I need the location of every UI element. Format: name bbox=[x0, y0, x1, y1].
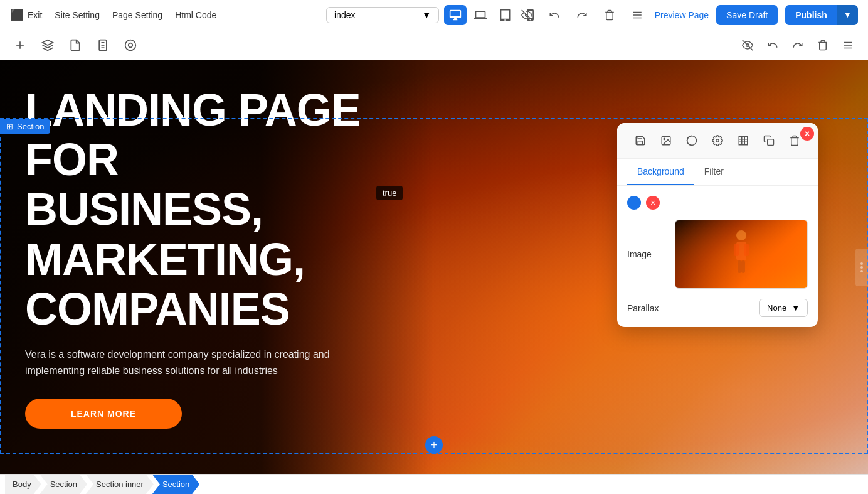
parallax-select[interactable]: None ▼ bbox=[759, 299, 808, 317]
publish-dropdown-button[interactable]: ▼ bbox=[837, 5, 858, 25]
resize-handle[interactable] bbox=[855, 249, 868, 286]
image-thumbnail[interactable] bbox=[675, 220, 808, 289]
svg-point-20 bbox=[860, 270, 863, 272]
parallax-label: Parallax bbox=[627, 303, 659, 313]
parallax-current-value: None bbox=[767, 303, 786, 313]
components-button[interactable] bbox=[93, 35, 113, 55]
page-selector[interactable]: index ▼ bbox=[326, 7, 439, 23]
page-setting-link[interactable]: Page Setting bbox=[112, 10, 162, 20]
hero-title: LANDING PAGE FOR BUSINESS, MARKETING, CO… bbox=[25, 85, 414, 334]
true-badge: true bbox=[376, 186, 403, 200]
hero-content: LANDING PAGE FOR BUSINESS, MARKETING, CO… bbox=[0, 60, 439, 454]
image-selector-row: Image bbox=[627, 220, 808, 289]
second-toolbar bbox=[0, 30, 868, 60]
page-name: index bbox=[334, 10, 355, 20]
panel-body: × Image bbox=[617, 186, 818, 327]
learn-more-button[interactable]: LEARN MORE bbox=[25, 399, 182, 429]
image-label: Image bbox=[627, 249, 665, 259]
add-element-button[interactable] bbox=[10, 35, 30, 55]
laptop-device-button[interactable] bbox=[469, 5, 492, 25]
exit-icon: ⬛ bbox=[10, 8, 24, 22]
toolbar-right bbox=[738, 35, 858, 55]
tab-background[interactable]: Background bbox=[627, 159, 694, 185]
breadcrumb-body[interactable]: Body bbox=[5, 475, 41, 494]
section-label[interactable]: ⊞ Section bbox=[0, 119, 50, 134]
nav-right: Preview Page Save Draft Publish ▼ bbox=[517, 5, 858, 25]
breadcrumb-section-1[interactable]: Section bbox=[40, 475, 87, 494]
color-remove-button[interactable]: × bbox=[646, 196, 660, 210]
chevron-down-icon: ▼ bbox=[422, 10, 431, 20]
svg-point-26 bbox=[736, 230, 746, 240]
parallax-selector-row: Parallax None ▼ bbox=[627, 299, 808, 317]
color-selector-row: × bbox=[627, 196, 808, 210]
toolbar-delete-button[interactable] bbox=[813, 35, 833, 55]
svg-point-11 bbox=[125, 40, 136, 50]
panel-color-button[interactable] bbox=[680, 129, 703, 152]
html-code-link[interactable]: Html Code bbox=[175, 10, 216, 20]
panel-save-button[interactable] bbox=[629, 129, 652, 152]
breadcrumb-section-2[interactable]: Section bbox=[152, 475, 199, 494]
panel-settings-button[interactable] bbox=[706, 129, 729, 152]
section-label-text: Section bbox=[17, 122, 44, 131]
mobile-device-button[interactable] bbox=[519, 5, 542, 25]
layers-button[interactable] bbox=[38, 35, 58, 55]
hero-section: ⊞ Section true LANDING PAGE FOR BUSINESS… bbox=[0, 60, 868, 474]
toolbar-undo-button[interactable] bbox=[763, 35, 783, 55]
breadcrumb-bar: Body Section Section inner Section bbox=[0, 474, 868, 494]
svg-rect-29 bbox=[744, 244, 749, 256]
publish-group: Publish ▼ bbox=[785, 5, 858, 25]
svg-point-18 bbox=[860, 262, 863, 265]
device-switcher bbox=[444, 5, 542, 25]
svg-point-22 bbox=[664, 138, 665, 139]
svg-point-24 bbox=[716, 139, 719, 142]
svg-rect-31 bbox=[741, 260, 745, 273]
pages-button[interactable] bbox=[65, 35, 85, 55]
settings-button[interactable] bbox=[627, 5, 647, 25]
panel-image-button[interactable] bbox=[655, 129, 677, 152]
top-nav: ⬛ Exit Site Setting Page Setting Html Co… bbox=[0, 0, 868, 30]
svg-rect-30 bbox=[738, 260, 741, 273]
delete-button[interactable] bbox=[600, 5, 620, 25]
color-picker-blue[interactable] bbox=[627, 196, 641, 210]
nav-left: ⬛ Exit Site Setting Page Setting Html Co… bbox=[10, 8, 216, 22]
toolbar-menu-button[interactable] bbox=[838, 35, 858, 55]
tab-filter[interactable]: Filter bbox=[694, 159, 734, 185]
hero-subtitle: Vera is a software development company s… bbox=[25, 346, 339, 379]
toolbar-visibility-button[interactable] bbox=[738, 35, 758, 55]
preview-page-button[interactable]: Preview Page bbox=[655, 10, 709, 20]
save-draft-button[interactable]: Save Draft bbox=[716, 5, 778, 25]
nav-center: index ▼ bbox=[326, 5, 542, 25]
svg-rect-25 bbox=[768, 139, 774, 146]
panel-copy-button[interactable] bbox=[758, 129, 780, 152]
breadcrumb-section-inner[interactable]: Section inner bbox=[86, 475, 154, 494]
toolbar-redo-button[interactable] bbox=[788, 35, 808, 55]
svg-point-19 bbox=[860, 266, 863, 269]
undo-button[interactable] bbox=[544, 5, 564, 25]
hero-title-line2: BUSINESS, MARKETING, bbox=[25, 184, 305, 284]
redo-button[interactable] bbox=[572, 5, 592, 25]
background-panel: × Background Filter × I bbox=[617, 123, 818, 327]
exit-label: Exit bbox=[28, 10, 42, 20]
styles-button[interactable] bbox=[120, 35, 140, 55]
publish-button[interactable]: Publish bbox=[785, 5, 837, 25]
svg-marker-6 bbox=[43, 40, 53, 45]
site-setting-link[interactable]: Site Setting bbox=[55, 10, 100, 20]
hero-title-line1: LANDING PAGE FOR bbox=[25, 85, 361, 185]
toolbar-left bbox=[10, 35, 140, 55]
svg-rect-28 bbox=[734, 244, 739, 256]
section-grid-icon: ⊞ bbox=[6, 122, 13, 131]
svg-point-12 bbox=[129, 43, 133, 47]
add-section-button[interactable]: + bbox=[425, 436, 443, 454]
desktop-device-button[interactable] bbox=[444, 5, 467, 25]
panel-close-button[interactable]: × bbox=[800, 127, 814, 141]
parallax-chevron-icon: ▼ bbox=[791, 303, 800, 313]
hero-title-line3: COMPANIES bbox=[25, 284, 290, 334]
panel-tabs: Background Filter bbox=[617, 159, 818, 186]
panel-toolbar: × bbox=[617, 123, 818, 159]
exit-button[interactable]: ⬛ Exit bbox=[10, 8, 42, 22]
canvas-area: ⊞ Section true LANDING PAGE FOR BUSINESS… bbox=[0, 60, 868, 474]
tablet-device-button[interactable] bbox=[494, 5, 517, 25]
panel-resize-button[interactable] bbox=[732, 129, 754, 152]
